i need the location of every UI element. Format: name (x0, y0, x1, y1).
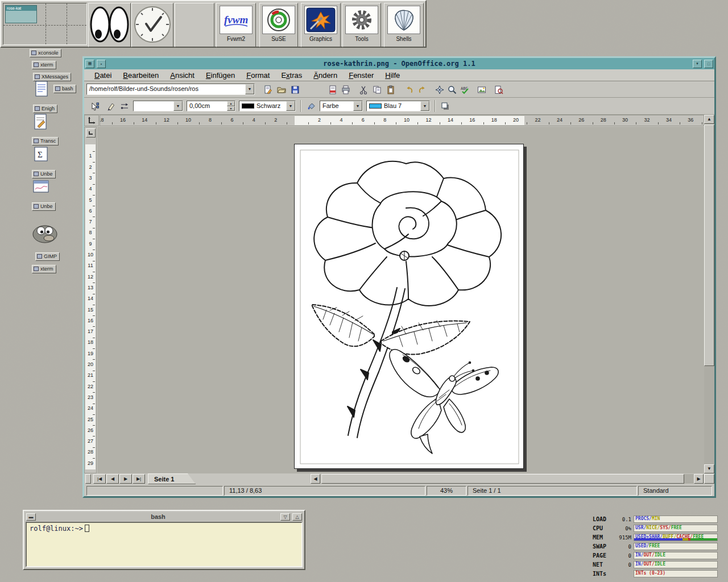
desktop-icon-xterm[interactable]: xterm (32, 61, 56, 69)
desktop-icon-transc-image[interactable] (34, 114, 47, 132)
line-width-spinner[interactable]: 0,00cm ▲▼ (187, 101, 235, 111)
horizontal-ruler[interactable]: 1816141210864224681012141618202224262830… (100, 115, 704, 126)
launcher-graphics[interactable]: Graphics (301, 3, 341, 47)
save-button[interactable] (289, 84, 301, 96)
cut-button[interactable] (357, 84, 370, 96)
desktop-icon-enigh-image[interactable] (35, 81, 48, 99)
print-file-button[interactable] (340, 84, 352, 96)
spellcheck-button[interactable]: ABC (458, 84, 471, 96)
vertical-scrollbar-thumb[interactable] (704, 124, 714, 366)
desktop-icon-xterm[interactable]: xterm (32, 265, 56, 273)
maximize-button[interactable]: △ (292, 513, 302, 521)
first-page-button[interactable]: |◀ (93, 474, 106, 484)
arrow-style-button[interactable] (118, 101, 131, 112)
iconify-button[interactable]: ▽ (280, 513, 290, 521)
desktop-icon-gimp-image[interactable] (32, 223, 58, 247)
desktop-icon-enigh[interactable]: Enigh (33, 105, 57, 113)
desktop-icon-xconsole[interactable]: xconsole (30, 49, 61, 57)
zoom-button[interactable] (446, 84, 458, 96)
spinner-buttons[interactable]: ▲▼ (227, 101, 235, 111)
menu-format[interactable]: Format (241, 70, 275, 81)
export-pdf-button[interactable] (326, 84, 339, 96)
edit-file-button[interactable] (262, 84, 274, 96)
next-page-button[interactable]: ▶ (119, 474, 132, 484)
fill-color-combobox[interactable]: Blau 7 ▼ (366, 101, 430, 111)
chevron-down-icon[interactable]: ▼ (245, 84, 254, 94)
desktop-icon-unbe[interactable]: Unbe (32, 202, 56, 211)
chevron-down-icon[interactable]: ▼ (353, 101, 362, 111)
launcher-fvwm2[interactable]: fvwm Fvwm2 (216, 3, 256, 47)
menu-bearbeiten[interactable]: Bearbeiten (117, 70, 164, 81)
line-color-combobox[interactable]: Schwarz ▼ (239, 101, 296, 111)
menu-datei[interactable]: Datei (89, 70, 117, 81)
navigator-button[interactable] (433, 84, 446, 96)
vertical-ruler[interactable]: 1234567891011121314151617181920212223242… (84, 127, 97, 473)
scroll-left-icon[interactable]: ◀ (311, 474, 320, 484)
desktop-icon-unbe-image[interactable] (33, 180, 49, 195)
vertical-scrollbar[interactable]: ▲ ▼ (704, 115, 714, 473)
shadow-button[interactable] (439, 101, 452, 112)
scroll-right-icon[interactable]: ▶ (694, 474, 704, 484)
mini-window-icon (34, 204, 39, 209)
scroll-down-icon[interactable]: ▼ (704, 464, 714, 473)
ruler-number: 12 (164, 117, 169, 123)
desktop-icon-unbe[interactable]: Unbe (32, 170, 56, 178)
line-pen-button[interactable] (105, 101, 117, 112)
menu-einfügen[interactable]: Einfügen (200, 70, 241, 81)
desktop-icon-xmessages[interactable]: XMessages (33, 73, 71, 81)
sticky-button[interactable]: ▪ (97, 60, 106, 68)
terminal-title-bar[interactable]: ▬ bash ▽ △ (25, 512, 303, 521)
last-page-button[interactable]: ▶| (133, 474, 145, 484)
page-preview-button[interactable] (493, 84, 505, 96)
iconify-button[interactable]: ▾ (693, 60, 702, 68)
ruler-origin-button[interactable] (84, 115, 99, 126)
scroll-up-icon[interactable]: ▲ (704, 115, 714, 124)
chevron-down-icon[interactable]: ▼ (420, 101, 429, 111)
desktop-icon-transc[interactable]: Transc (32, 137, 59, 146)
menu-hilfe[interactable]: Hilfe (379, 70, 406, 81)
title-bar[interactable]: ▦ ▪ rose-kathrin.png - OpenOffice.org 1.… (84, 58, 714, 69)
undo-button[interactable] (403, 84, 415, 96)
redo-button[interactable] (416, 84, 429, 96)
tab-type-button[interactable] (86, 128, 96, 138)
load-url-combobox[interactable]: /home/rolf/Bilder-und-Sounds/rosen/ros ▼ (86, 84, 255, 95)
copy-button[interactable] (371, 84, 383, 96)
fill-style-combobox[interactable]: Farbe ▼ (320, 101, 363, 111)
drawing-canvas[interactable] (97, 127, 704, 473)
menu-fenster[interactable]: Fenster (343, 70, 379, 81)
pager-mini-window[interactable]: rose-kat (5, 5, 37, 23)
menu-ändern[interactable]: Ändern (308, 70, 343, 81)
fill-button[interactable] (305, 101, 317, 112)
document-page[interactable] (294, 144, 524, 469)
status-zoom[interactable]: 43% (427, 486, 466, 496)
window-menu-button[interactable]: ▬ (26, 513, 36, 521)
horizontal-scrollbar-thumb[interactable] (321, 474, 684, 484)
chevron-down-icon[interactable]: ▼ (173, 101, 183, 111)
paste-button[interactable] (384, 84, 397, 96)
xeyes-button[interactable] (88, 3, 131, 47)
desktop-icon-bash[interactable]: bash (53, 85, 76, 93)
edit-points-button[interactable] (89, 101, 101, 112)
gallery-button[interactable] (475, 84, 488, 96)
chevron-down-icon[interactable]: ▼ (286, 101, 295, 111)
launcher-tools[interactable]: Tools (342, 3, 381, 47)
clock-button[interactable] (131, 3, 173, 47)
ruler-number: 8 (85, 230, 96, 235)
desktop-icon-gimp[interactable]: GIMP (35, 252, 60, 261)
window-menu-button[interactable]: ▦ (85, 60, 94, 68)
open-folder-button[interactable] (275, 84, 288, 96)
launcher-suse[interactable]: SuSE (259, 3, 298, 47)
prev-page-button[interactable]: ◀ (106, 474, 119, 484)
menu-extras[interactable]: Extras (275, 70, 308, 81)
horizontal-scrollbar[interactable] (321, 474, 694, 484)
menu-ansicht[interactable]: Ansicht (164, 70, 200, 81)
pager[interactable]: rose-kat (3, 3, 87, 45)
page-tab[interactable]: Seite 1 (148, 473, 196, 484)
terminal-content[interactable]: rolf@linux:~> (26, 522, 303, 567)
empty-panel-button[interactable] (175, 3, 214, 47)
line-style-combobox[interactable]: ▼ (133, 101, 183, 111)
maximize-button[interactable]: □ (704, 60, 713, 68)
launcher-shells[interactable]: Shells (384, 3, 424, 47)
tab-splitter[interactable] (85, 474, 91, 484)
desktop-icon-unbe-image[interactable]: Σ (34, 147, 48, 164)
